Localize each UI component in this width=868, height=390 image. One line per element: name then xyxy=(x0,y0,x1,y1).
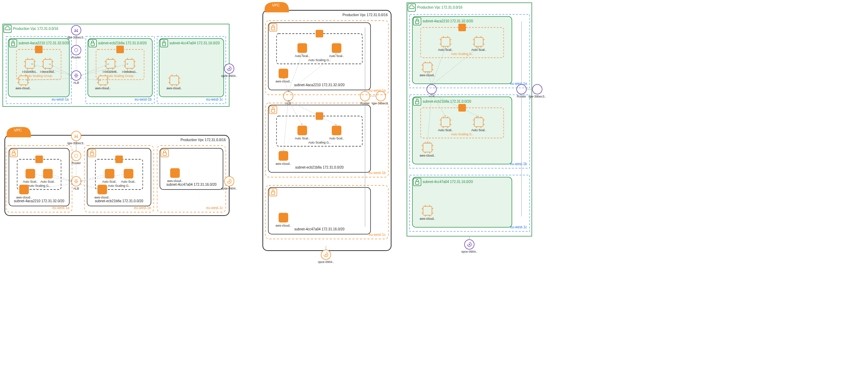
aws-cloud-icon xyxy=(170,168,180,178)
svg-rect-121 xyxy=(316,30,323,37)
svg-point-1 xyxy=(71,25,81,35)
svg-point-145 xyxy=(427,84,436,94)
router-icon xyxy=(360,91,370,101)
instance-label: Auto Scal.. xyxy=(121,180,136,183)
vpc-cloud-icon xyxy=(4,25,11,33)
alb-label: ALB xyxy=(73,187,79,190)
instance-label: Auto Scal.. xyxy=(102,180,117,183)
aws-cloud-label: aws-cloud.. xyxy=(420,217,435,220)
asg-label: Auto Scaling G.. xyxy=(108,184,130,187)
subnet-lock-icon xyxy=(9,39,17,47)
az-label: eu-west-1c xyxy=(206,98,223,101)
subnet-lock-icon xyxy=(88,149,96,157)
svg-rect-96 xyxy=(43,169,53,179)
svg-rect-103 xyxy=(97,185,107,194)
svg-rect-181 xyxy=(458,104,466,112)
aws-cloud-label: aws-cloud.. xyxy=(275,80,291,83)
alb-icon xyxy=(71,176,81,186)
instance-label: i-0432948.. xyxy=(103,70,118,73)
igw-icon xyxy=(71,131,81,141)
az-label: eu-west-1a xyxy=(52,206,70,210)
vpc-title: Production Vpc 172.31.0.0/16 xyxy=(417,5,462,9)
aws-cloud-label: aws-cloud.. xyxy=(167,179,183,183)
subnet-lock-icon xyxy=(89,39,96,47)
aws-cloud-label: aws-cloud.. xyxy=(166,87,182,90)
instance-label: Auto Scal.. xyxy=(329,137,344,140)
igw-label: igw-39bec3.. xyxy=(528,95,546,98)
subnet-title: subnet-4cc47a04 172.31.16.0/20 xyxy=(169,41,220,45)
instance-label: Auto Scal.. xyxy=(438,128,453,132)
instance-label: i-01b40b1.. xyxy=(22,70,37,73)
svg-rect-123 xyxy=(332,43,341,53)
instance-icon xyxy=(332,126,341,135)
vpc-title: Production Vpc 172.31.0.0/16 xyxy=(342,13,388,17)
vpc-cloud-icon xyxy=(408,4,415,11)
svg-point-3 xyxy=(71,45,81,55)
vpce-icon xyxy=(465,240,474,249)
svg-rect-9 xyxy=(35,46,43,53)
alb-label: ALB xyxy=(73,81,79,84)
subnet-lock-icon xyxy=(10,149,17,157)
vpc-title: Production Vpc 172.31.0.0/16 xyxy=(180,138,226,142)
aws-cloud-icon xyxy=(279,69,288,78)
vpc-badge: VPC xyxy=(272,3,280,7)
az-label: eu-west-1b xyxy=(510,162,527,166)
vpc-badge: VPC xyxy=(14,128,22,132)
svg-rect-151 xyxy=(458,24,466,31)
instance-label: Auto Scal.. xyxy=(40,180,56,183)
subnet-title: subnet-4aca2210 172.31.32.0/20 xyxy=(19,41,69,45)
instance-label: Auto Scal.. xyxy=(329,54,344,58)
svg-rect-100 xyxy=(115,156,123,163)
subnet-lock-icon xyxy=(161,149,168,157)
subnet-lock-icon xyxy=(269,188,277,196)
vpce-label: vpce-0904.. xyxy=(221,187,237,190)
aws-cloud-label: aws-cloud.. xyxy=(15,87,31,90)
asg-label: Auto Scaling Group xyxy=(25,74,52,78)
aws-cloud-icon xyxy=(279,213,288,222)
svg-point-146 xyxy=(517,84,526,94)
vpce-icon xyxy=(321,250,331,260)
svg-rect-133 xyxy=(279,213,288,222)
svg-rect-128 xyxy=(297,126,307,135)
subnet-title: subnet-4aca2210 172.31.32.0/20 xyxy=(423,19,473,23)
alb-label: ALB xyxy=(285,102,291,105)
svg-point-88 xyxy=(71,151,81,161)
svg-rect-122 xyxy=(297,43,307,53)
svg-point-116 xyxy=(360,91,370,101)
subnet-lock-icon xyxy=(413,18,421,25)
alb-icon xyxy=(71,71,81,80)
svg-rect-130 xyxy=(279,151,288,161)
subnet-title: subnet-ecb21b8a 172.31.0.0/20 xyxy=(295,165,344,169)
svg-point-147 xyxy=(532,84,542,94)
svg-point-86 xyxy=(71,131,81,141)
az-label: eu-west-1c xyxy=(510,225,527,229)
subnet-title: subnet-4aca2210 172.31.32.0/20 xyxy=(294,83,345,87)
subnet-lock-icon xyxy=(269,106,277,114)
igw-icon xyxy=(376,91,386,101)
instance-label: i-0ebdea1.. xyxy=(122,70,137,73)
vpc-title: Production Vpc 172.31.0.0/16 xyxy=(13,27,58,31)
az-label: eu-west-1b xyxy=(369,171,386,175)
svg-rect-124 xyxy=(279,69,288,78)
instance-icon xyxy=(297,43,307,53)
subnet-title: subnet-4aca2210 172.31.32.0/20 xyxy=(14,199,64,203)
vpce-label: vpce-0904.. xyxy=(318,260,334,264)
az-label: eu-west-1a xyxy=(369,89,386,92)
router-icon xyxy=(517,84,526,94)
subnet-title: subnet-4cc47a04 172.31.16.0/20 xyxy=(166,183,217,186)
asg-label: Auto Scaling G.. xyxy=(308,58,330,62)
subnet-title: subnet-ecb21b8a 172.31.0.0/20 xyxy=(98,41,147,45)
subnet-title: subnet-4cc47a04 172.31.16.0/20 xyxy=(423,180,473,184)
aws-cloud-icon xyxy=(279,151,288,161)
asg-label: Auto Scaling Group xyxy=(107,74,133,78)
svg-point-115 xyxy=(283,91,293,101)
svg-point-117 xyxy=(376,91,386,101)
aws-cloud-label: aws-cloud.. xyxy=(420,154,435,157)
instance-label: Auto Scal.. xyxy=(23,180,38,183)
instance-label: Auto Scal.. xyxy=(295,137,310,140)
alb-icon xyxy=(283,91,293,101)
asg-label: Auto Scaling G.. xyxy=(451,133,473,136)
vpce-icon xyxy=(224,64,234,73)
aws-cloud-label: aws-cloud.. xyxy=(275,224,291,227)
vpce-icon xyxy=(224,176,234,186)
